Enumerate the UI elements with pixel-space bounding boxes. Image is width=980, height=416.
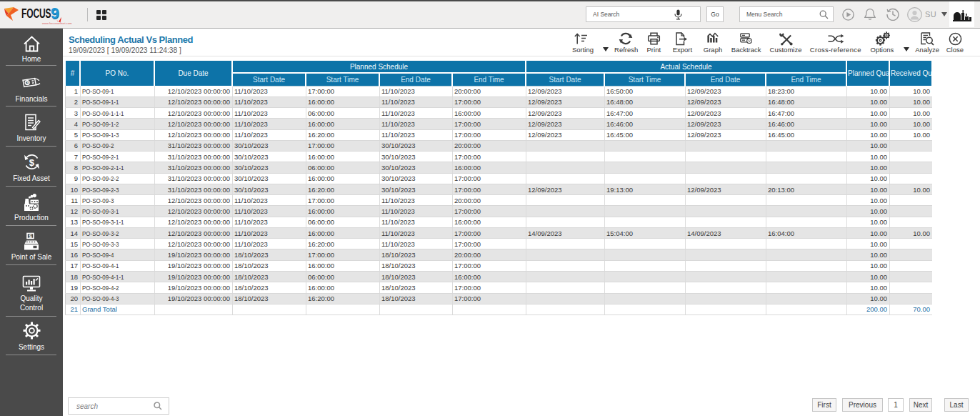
svg-text:$: $ [29,157,34,168]
svg-text:$: $ [26,80,29,85]
